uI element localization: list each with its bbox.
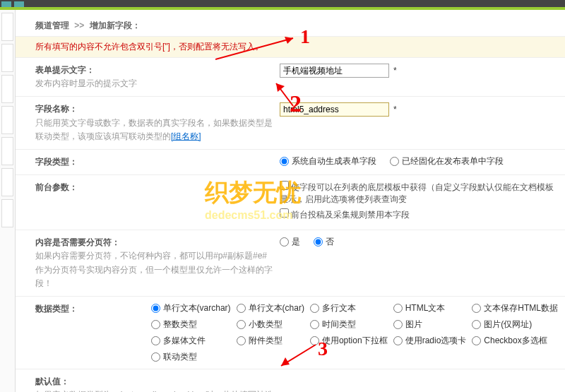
- crumb-a: 频道管理: [35, 20, 69, 30]
- dtype-opt[interactable]: Checkbox多选框: [472, 335, 558, 347]
- side-stub: [1, 75, 13, 103]
- fieldname-label: 字段名称：: [35, 102, 275, 116]
- side-stub: [1, 137, 13, 165]
- dtype-opt[interactable]: 文本保存HTML数据: [472, 302, 558, 314]
- dtype-label: 数据类型：: [35, 302, 147, 316]
- dtype-opt[interactable]: 多行文本: [310, 302, 388, 314]
- dtype-radio[interactable]: [310, 304, 319, 313]
- front-chk1[interactable]: 使字段可以在列表的底层模板中获得（自定义字段默认仅能在文档模板显示，启用此选项将…: [280, 181, 558, 206]
- dtype-radio[interactable]: [472, 320, 481, 329]
- dtype-radio[interactable]: [237, 304, 246, 313]
- required-star: *: [393, 66, 397, 76]
- default-desc: 如果定义数据类型为select、radio、checkbox时，此处填写被选择的…: [35, 388, 275, 392]
- dtype-opt[interactable]: 单行文本(char): [237, 302, 304, 314]
- breadcrumb: 频道管理 >> 增加新字段：: [16, 17, 565, 36]
- dtype-opt[interactable]: 小数类型: [237, 319, 304, 331]
- front-checkbox2[interactable]: [280, 208, 289, 218]
- paging-radio-no[interactable]: [314, 237, 323, 247]
- ftype-radio1[interactable]: [280, 157, 289, 166]
- default-label: 默认值：: [35, 375, 275, 388]
- dtype-radio[interactable]: [310, 336, 319, 345]
- ftype-opt1[interactable]: 系统自动生成表单字段: [280, 155, 376, 167]
- dtype-opt[interactable]: 附件类型: [237, 335, 304, 347]
- prompt-input[interactable]: [280, 64, 389, 78]
- crumb-b: 增加新字段：: [90, 20, 141, 30]
- dtype-opt[interactable]: HTML文本: [393, 302, 467, 314]
- dtype-radio[interactable]: [237, 320, 246, 329]
- paging-label: 内容是否需要分页符：: [35, 236, 275, 249]
- prompt-label: 表单提示文字：: [35, 64, 275, 77]
- dtype-opt[interactable]: 图片(仅网址): [472, 319, 558, 331]
- front-chk2[interactable]: 前台投稿及采集规则禁用本字段: [280, 208, 558, 221]
- dtype-opt[interactable]: 联动类型: [151, 351, 231, 363]
- dtype-radio[interactable]: [310, 320, 319, 329]
- dtype-radio[interactable]: [393, 320, 403, 329]
- paging-yes[interactable]: 是: [280, 236, 300, 248]
- groupname-link[interactable]: [组名称]: [171, 131, 201, 141]
- dtype-radio[interactable]: [151, 304, 160, 313]
- dtype-radio[interactable]: [237, 336, 246, 345]
- side-stub: [1, 168, 13, 196]
- dtype-radio[interactable]: [151, 320, 160, 329]
- side-stub: [1, 13, 13, 41]
- fieldname-desc: 只能用英文字母或数字，数据表的真实字段名，如果数据类型是联动类型，该项应该填写联…: [35, 117, 275, 143]
- dtype-opt[interactable]: 多媒体文件: [151, 335, 231, 347]
- dtype-opt[interactable]: 图片: [393, 319, 467, 331]
- paging-radio-yes[interactable]: [280, 237, 289, 247]
- dtype-opt[interactable]: 使用option下拉框: [310, 335, 388, 347]
- dtype-opt[interactable]: 使用radio选项卡: [393, 335, 467, 347]
- paging-no[interactable]: 否: [314, 236, 334, 248]
- ftype-radio2[interactable]: [390, 157, 399, 166]
- prompt-desc: 发布内容时显示的提示文字: [35, 77, 275, 90]
- dtype-radio[interactable]: [151, 336, 160, 345]
- fieldtype-label: 字段类型：: [35, 155, 275, 169]
- dtype-radio[interactable]: [472, 304, 481, 313]
- dtype-opt[interactable]: 时间类型: [310, 319, 388, 331]
- dtype-radio[interactable]: [472, 336, 481, 345]
- front-checkbox1[interactable]: [280, 181, 289, 190]
- dtype-opt[interactable]: 单行文本(varchar): [151, 302, 231, 314]
- paging-desc: 如果内容需要分页符，不论何种内容，都可以用#p#副标题#e#作为分页符号实现内容…: [35, 249, 275, 290]
- dtype-radio[interactable]: [393, 304, 403, 313]
- side-stub: [1, 106, 13, 134]
- dtype-radio[interactable]: [393, 336, 403, 345]
- fieldname-input[interactable]: [280, 102, 389, 117]
- notice-text: 所有填写的内容不允许包含双引号["]，否则配置将无法写入。: [16, 36, 565, 58]
- side-stub: [1, 44, 13, 72]
- front-label: 前台参数：: [35, 181, 275, 194]
- ftype-opt2[interactable]: 已经固化在发布表单中字段: [390, 155, 504, 167]
- dtype-opt[interactable]: 整数类型: [151, 319, 231, 331]
- dtype-radio[interactable]: [151, 352, 160, 362]
- side-stub: [1, 199, 13, 227]
- required-star: *: [393, 105, 397, 114]
- crumb-sep: >>: [74, 20, 84, 30]
